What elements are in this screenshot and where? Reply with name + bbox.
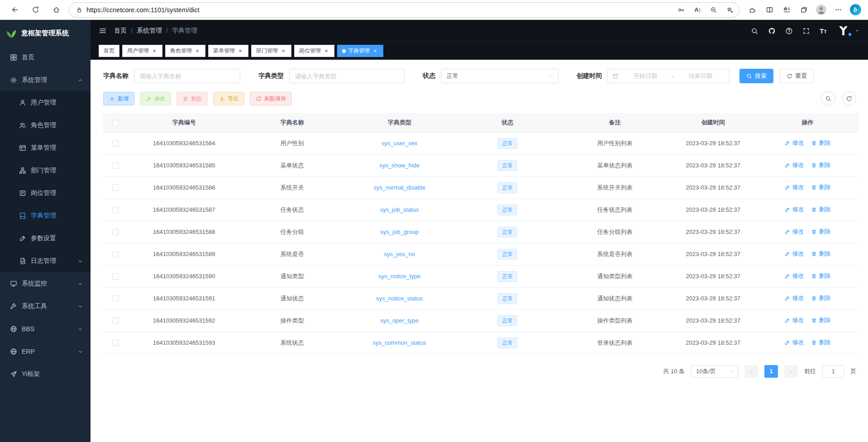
dict-type-link[interactable]: sys_notice_type [378,273,420,280]
sidebar-item-7[interactable]: 字典管理 [0,204,91,227]
edit-button[interactable]: 修改 [140,92,171,105]
breadcrumb-item[interactable]: 首页 [114,27,127,35]
row-checkbox[interactable] [112,185,119,191]
tab-close-icon[interactable] [323,48,329,54]
row-checkbox[interactable] [112,340,119,346]
row-checkbox[interactable] [112,140,119,147]
sidebar-item-1[interactable]: 系统管理 [0,69,91,91]
goto-page-input[interactable] [822,365,844,378]
extensions-button[interactable] [744,2,760,18]
reset-button[interactable]: 重置 [780,69,814,83]
browser-refresh-button[interactable] [27,2,43,18]
sidebar-item-0[interactable]: 首页 [0,46,91,69]
zoom-button[interactable] [707,4,720,16]
browser-home-button[interactable] [48,2,64,18]
fullscreen-button[interactable] [799,24,813,38]
sidebar-toggle-button[interactable] [99,27,107,35]
dict-type-link[interactable]: sys_user_sex [382,140,417,147]
sidebar-item-12[interactable]: BBS [0,318,91,340]
dict-type-link[interactable]: sys_notice_status [376,295,423,302]
row-edit-button[interactable]: 修改 [784,316,804,324]
bing-chat-button[interactable] [847,2,863,18]
sidebar-item-6[interactable]: 岗位管理 [0,182,91,204]
date-range-picker[interactable]: 开始日期 - 结束日期 [607,69,730,83]
github-button[interactable] [764,24,779,38]
row-checkbox[interactable] [112,229,119,235]
row-checkbox[interactable] [112,251,119,257]
row-delete-button[interactable]: 删除 [811,294,830,302]
dict-type-link[interactable]: sys_yes_no [384,251,415,257]
sidebar-item-9[interactable]: 日志管理 [0,250,91,272]
address-bar[interactable]: https://ccnetcore.com:1101/system/dict [69,2,739,18]
add-favorite-button[interactable] [724,4,736,16]
toggle-search-button[interactable] [821,91,835,106]
row-edit-button[interactable]: 修改 [784,228,804,236]
row-edit-button[interactable]: 修改 [784,183,804,191]
row-delete-button[interactable]: 删除 [811,205,830,214]
page-size-select[interactable]: 10条/页 [691,365,738,378]
browser-menu-button[interactable] [830,2,846,18]
row-edit-button[interactable]: 修改 [784,139,804,147]
dict-type-link[interactable]: sys_oper_type [380,317,419,324]
tab-0[interactable]: 首页 [99,45,119,57]
tab-close-icon[interactable] [280,48,286,54]
font-size-button[interactable] [816,24,830,38]
row-delete-button[interactable]: 删除 [811,272,830,280]
sidebar-item-5[interactable]: 部门管理 [0,159,91,182]
add-button[interactable]: 新增 [103,92,134,105]
prev-page-button[interactable] [744,365,758,378]
row-edit-button[interactable]: 修改 [784,272,804,280]
collections-button[interactable] [796,2,812,18]
password-button[interactable] [675,4,687,16]
dict-name-input[interactable] [134,69,240,83]
sidebar-item-2[interactable]: 用户管理 [0,91,91,114]
row-delete-button[interactable]: 删除 [811,161,830,169]
tab-2[interactable]: 角色管理 [165,45,205,57]
dict-type-link[interactable]: sys_show_hide [379,162,420,169]
header-search-button[interactable] [747,24,762,38]
favorites-button[interactable] [778,2,795,18]
select-all-checkbox[interactable] [112,120,119,126]
delete-button[interactable]: 删除 [176,92,208,105]
row-edit-button[interactable]: 修改 [784,161,804,169]
row-edit-button[interactable]: 修改 [784,205,804,214]
row-delete-button[interactable]: 删除 [811,228,830,236]
row-checkbox[interactable] [112,295,119,302]
row-delete-button[interactable]: 删除 [811,250,830,258]
user-menu[interactable] [837,25,860,37]
tab-4[interactable]: 部门管理 [251,45,291,57]
row-checkbox[interactable] [112,273,119,280]
tab-5[interactable]: 岗位管理 [294,45,334,57]
tab-close-icon[interactable] [194,48,200,54]
export-button[interactable]: 导出 [213,92,244,105]
row-delete-button[interactable]: 删除 [811,183,830,191]
sidebar-item-3[interactable]: 角色管理 [0,114,91,137]
row-delete-button[interactable]: 删除 [811,139,830,147]
row-checkbox[interactable] [112,162,119,169]
browser-back-button[interactable] [6,2,23,18]
help-button[interactable] [782,24,796,38]
dict-type-link[interactable]: sys_job_status [380,206,419,213]
refresh-cache-button[interactable]: 刷新缓存 [250,92,292,105]
read-aloud-button[interactable] [691,4,704,16]
tab-close-icon[interactable] [237,48,243,54]
tab-1[interactable]: 用户管理 [122,45,162,57]
sidebar-item-8[interactable]: 参数设置 [0,227,91,250]
dict-type-link[interactable]: sys_job_group [380,228,419,235]
breadcrumb-item[interactable]: 系统管理 [137,27,162,35]
row-delete-button[interactable]: 删除 [811,338,830,347]
dict-type-link[interactable]: sys_common_status [372,339,426,346]
search-button[interactable]: 搜索 [739,69,773,83]
row-delete-button[interactable]: 删除 [811,316,830,324]
row-checkbox[interactable] [112,318,119,324]
sidebar-item-4[interactable]: 菜单管理 [0,137,91,159]
status-select[interactable]: 正常 [441,69,558,83]
tab-6[interactable]: 字典管理 [337,45,383,57]
dict-type-link[interactable]: sys_normal_disable [373,184,425,191]
next-page-button[interactable] [784,365,798,378]
row-checkbox[interactable] [112,207,119,213]
profile-button[interactable] [813,2,829,18]
current-page[interactable]: 1 [764,365,778,378]
sidebar-item-11[interactable]: 系统工具 [0,295,91,318]
dict-type-input[interactable] [289,69,405,83]
